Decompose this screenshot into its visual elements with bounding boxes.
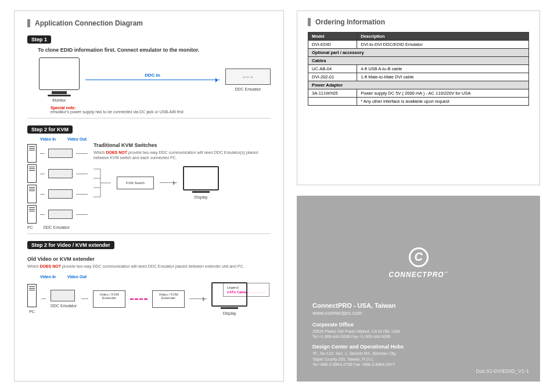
pc-label: PC [27,225,33,229]
pc-icon [27,205,37,224]
kvm-col-labels: Video In Video Out [40,137,271,141]
brand-panel: CONNECTPRO™ ConnectPRO - USA, Taiwan www… [297,196,540,382]
ordering-panel: Ordering Information ModelDescription DV… [297,10,540,185]
kvm-row-2 [27,164,88,183]
kvm-text-block: Traditional KVM Switches Which DOES NOT … [93,142,271,229]
conn-line [160,182,177,183]
ext-pc-label: PC [27,310,37,314]
pc-icon [27,144,37,163]
monitor-label: Monitor [39,98,80,102]
table-note-row: * Any other interface is available upon … [308,98,529,106]
monitor-icon [39,57,80,90]
design-heading: Design Center and Operational Hubs [312,344,524,350]
ext-video-out: Video Out [67,275,87,279]
display-icon-2 [211,282,247,307]
kvm-row-1 [27,144,88,163]
th-model: Model [308,33,357,41]
ddc-arrow: DDC In [85,80,220,80]
office-tel: Tel +1-909-444-9288 Fax +1-909-444-9289 [312,334,524,339]
step2ext-badge: Step 2 for Video / KVM extender [27,241,114,249]
video-in-label: Video In [40,137,56,141]
extender-diagram: PC DDC Emulator Video / KVM Extender Vid… [27,282,271,315]
emulator-block: ▭ ▭ ▭ DDC Emulator [225,69,271,91]
design-addr2: Taipei County 220, Taiwan, R.O.C. [312,357,524,362]
emu-icon [48,189,73,199]
divider1 [27,118,271,118]
kvm-diagram: PCDDC Emulator Traditional KVM Switches … [27,142,271,229]
ext-video-in: Video In [40,275,56,279]
ext-heading: Old Video or KVM extender [27,256,271,262]
monitor-block: Monitor [39,57,80,102]
left-title: Application Connection Diagram [27,19,271,27]
bracket-icon [93,166,111,200]
kvm-heading: Traditional KVM Switches [93,142,271,148]
ext-display-label: Display [211,311,247,315]
brand-text: CONNECTPRO™ [312,271,524,279]
ext-emu-label: DDC Emulator [51,304,77,308]
logo-wrap: CONNECTPRO™ [312,247,524,279]
table-subheader: Cables [308,57,529,65]
corp-title: ConnectPRO - USA, Taiwan [312,302,524,309]
display-label: Display [183,195,219,199]
office-addr: 20525 Paseo Del Prado Walnut, CA 91789, … [312,329,524,334]
kvm-row-3 [27,185,88,203]
table-subheader: Optional part / accessory [308,49,529,57]
ordering-title: Ordering Information [308,18,529,26]
video-out-label: Video Out [67,137,87,141]
logo-icon [409,247,429,267]
corporate-info: ConnectPRO - USA, Taiwan www.connectpro.… [312,302,524,368]
design-addr1: 7F., No.122, Sec. 1, Sanmin Rd., Banciao… [312,351,524,356]
table-subheader: Power Adaptor [308,81,529,89]
ext-col-labels: Video In Video Out [40,275,271,279]
ext-box-1: Video / KVM Extender [93,290,125,308]
kvm-switch-row: KVM Switch Display [93,166,271,200]
table-row: 3A-111WX05Power supply DC 5V ( 2000 mA )… [308,89,529,98]
special-note-body: emulator's power supply has to be connec… [51,110,271,114]
table-row: UC-AB-044-ft USB A-to-B cable [308,65,529,73]
office-heading: Corporate Office [312,322,524,328]
display-icon [183,166,219,190]
ext-body: Which DOES NOT provide two-way DDC commu… [27,264,271,269]
catx-line [130,299,148,300]
step1-badge: Step 1 [27,35,51,44]
ext-box-2: Video / KVM Extender [152,290,185,308]
emu-bottom-label: DDC Emulator [44,225,70,229]
kvm-row-4 [27,205,88,224]
kvm-left-col: PCDDC Emulator [27,142,88,229]
special-note-title: Special note: [51,106,271,110]
emu-icon [48,210,73,219]
left-panel: Application Connection Diagram Step 1 To… [14,10,284,382]
corp-url: www.connectpro.com [312,310,524,316]
th-desc: Description [357,33,529,41]
emulator-label: DDC Emulator [225,87,271,91]
table-row: DVI-EDIDDVI-to-DVI DDC/EDID Emulator [308,41,529,49]
ordering-table: ModelDescription DVI-EDIDDVI-to-DVI DDC/… [308,32,529,106]
step1-diagram: Monitor DDC In ▭ ▭ ▭ DDC Emulator [39,57,271,102]
divider2 [27,233,271,234]
conn-line-2 [189,299,207,299]
ddc-in-label: DDC In [145,73,160,78]
emu-icon [48,149,73,158]
special-note: Special note: emulator's power supply ha… [51,106,271,114]
table-header-row: ModelDescription [308,33,529,41]
design-tel: Tel +886-2-8964-2700 Fax +886-2-8964-297… [312,362,524,367]
kvm-switch-box: KVM Switch [117,177,154,189]
pc-icon [27,164,37,183]
kvm-body: Which DOES NOT provide two-way DDC commu… [93,150,271,161]
pc-icon [27,284,37,307]
step2kvm-badge: Step 2 for KVM [27,125,73,134]
doc-id: Doc:IG-DVIEDID_V1-1 [476,368,529,374]
emu-icon [48,169,73,178]
pc-icon [27,185,37,203]
emu-icon [51,290,75,301]
step1-instruction: To clone EDID information first. Connect… [38,47,271,53]
emulator-icon: ▭ ▭ ▭ [225,69,271,85]
right-column: Ordering Information ModelDescription DV… [297,10,540,382]
table-row: DVI-202-011-ft Male-to-Male DVI cable [308,73,529,81]
